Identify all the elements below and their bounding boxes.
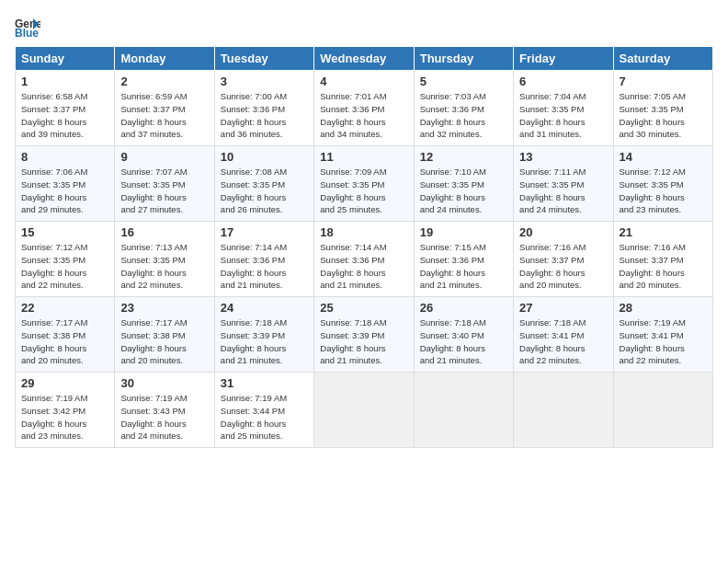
day-number: 6 <box>519 75 607 88</box>
day-info: Sunrise: 6:59 AM Sunset: 3:37 PM Dayligh… <box>120 90 208 141</box>
calendar-cell: 17Sunrise: 7:14 AM Sunset: 3:36 PM Dayli… <box>214 222 313 297</box>
day-info: Sunrise: 7:18 AM Sunset: 3:39 PM Dayligh… <box>320 316 407 367</box>
day-number: 14 <box>620 150 707 164</box>
calendar-cell <box>514 373 613 448</box>
day-number: 8 <box>21 150 108 164</box>
day-info: Sunrise: 7:14 AM Sunset: 3:36 PM Dayligh… <box>221 241 308 292</box>
day-info: Sunrise: 7:01 AM Sunset: 3:36 PM Dayligh… <box>320 90 407 141</box>
calendar-cell: 18Sunrise: 7:14 AM Sunset: 3:36 PM Dayli… <box>314 222 414 297</box>
calendar-table: SundayMondayTuesdayWednesdayThursdayFrid… <box>15 46 713 448</box>
day-info: Sunrise: 7:15 AM Sunset: 3:36 PM Dayligh… <box>420 241 507 292</box>
page: General Blue SundayMondayTuesdayWednesda… <box>0 0 728 563</box>
day-number: 3 <box>221 75 308 88</box>
day-number: 20 <box>519 225 607 239</box>
day-info: Sunrise: 7:18 AM Sunset: 3:41 PM Dayligh… <box>519 316 607 367</box>
day-number: 23 <box>120 301 208 315</box>
calendar-cell: 30Sunrise: 7:19 AM Sunset: 3:43 PM Dayli… <box>115 373 214 448</box>
day-number: 28 <box>620 301 707 315</box>
day-number: 10 <box>221 150 308 164</box>
day-info: Sunrise: 7:03 AM Sunset: 3:36 PM Dayligh… <box>420 90 507 141</box>
calendar-week-row: 8Sunrise: 7:06 AM Sunset: 3:35 PM Daylig… <box>16 146 713 222</box>
calendar-cell: 7Sunrise: 7:05 AM Sunset: 3:35 PM Daylig… <box>613 71 712 146</box>
calendar-week-row: 22Sunrise: 7:17 AM Sunset: 3:38 PM Dayli… <box>16 297 713 373</box>
day-info: Sunrise: 7:19 AM Sunset: 3:41 PM Dayligh… <box>620 316 707 367</box>
calendar-header: SundayMondayTuesdayWednesdayThursdayFrid… <box>16 47 713 71</box>
weekday-header: Tuesday <box>214 47 313 71</box>
logo: General Blue <box>15 11 44 37</box>
calendar-cell: 22Sunrise: 7:17 AM Sunset: 3:38 PM Dayli… <box>16 297 115 373</box>
day-number: 1 <box>21 75 108 88</box>
day-info: Sunrise: 7:17 AM Sunset: 3:38 PM Dayligh… <box>120 316 208 367</box>
day-info: Sunrise: 7:07 AM Sunset: 3:35 PM Dayligh… <box>120 166 208 216</box>
calendar-cell: 2Sunrise: 6:59 AM Sunset: 3:37 PM Daylig… <box>115 71 214 146</box>
day-number: 4 <box>320 75 407 88</box>
day-info: Sunrise: 7:04 AM Sunset: 3:35 PM Dayligh… <box>519 90 607 141</box>
day-info: Sunrise: 7:05 AM Sunset: 3:35 PM Dayligh… <box>620 90 707 141</box>
calendar-cell: 19Sunrise: 7:15 AM Sunset: 3:36 PM Dayli… <box>414 222 513 297</box>
weekday-header: Thursday <box>414 47 513 71</box>
day-number: 31 <box>221 376 308 390</box>
day-number: 24 <box>221 301 308 315</box>
day-info: Sunrise: 7:06 AM Sunset: 3:35 PM Dayligh… <box>21 166 108 216</box>
calendar-cell: 3Sunrise: 7:00 AM Sunset: 3:36 PM Daylig… <box>214 71 313 146</box>
calendar-cell: 16Sunrise: 7:13 AM Sunset: 3:35 PM Dayli… <box>115 222 214 297</box>
calendar-cell: 14Sunrise: 7:12 AM Sunset: 3:35 PM Dayli… <box>613 146 712 222</box>
day-info: Sunrise: 7:16 AM Sunset: 3:37 PM Dayligh… <box>620 241 707 292</box>
weekday-header: Monday <box>115 47 214 71</box>
day-number: 19 <box>420 225 507 239</box>
calendar-body: 1Sunrise: 6:58 AM Sunset: 3:37 PM Daylig… <box>16 71 713 448</box>
calendar-week-row: 29Sunrise: 7:19 AM Sunset: 3:42 PM Dayli… <box>16 373 713 448</box>
day-info: Sunrise: 7:16 AM Sunset: 3:37 PM Dayligh… <box>519 241 607 292</box>
day-number: 5 <box>420 75 507 88</box>
calendar-cell: 31Sunrise: 7:19 AM Sunset: 3:44 PM Dayli… <box>214 373 313 448</box>
day-info: Sunrise: 7:13 AM Sunset: 3:35 PM Dayligh… <box>120 241 208 292</box>
weekday-header: Saturday <box>613 47 712 71</box>
calendar-cell: 20Sunrise: 7:16 AM Sunset: 3:37 PM Dayli… <box>514 222 613 297</box>
day-info: Sunrise: 7:08 AM Sunset: 3:35 PM Dayligh… <box>221 166 308 216</box>
day-info: Sunrise: 7:14 AM Sunset: 3:36 PM Dayligh… <box>320 241 407 292</box>
calendar-cell: 9Sunrise: 7:07 AM Sunset: 3:35 PM Daylig… <box>115 146 214 222</box>
day-number: 21 <box>620 225 707 239</box>
day-number: 15 <box>21 225 108 239</box>
calendar-week-row: 15Sunrise: 7:12 AM Sunset: 3:35 PM Dayli… <box>16 222 713 297</box>
calendar-cell: 12Sunrise: 7:10 AM Sunset: 3:35 PM Dayli… <box>414 146 513 222</box>
calendar-cell: 28Sunrise: 7:19 AM Sunset: 3:41 PM Dayli… <box>613 297 712 373</box>
day-number: 25 <box>320 301 407 315</box>
day-number: 16 <box>120 225 208 239</box>
calendar-cell: 11Sunrise: 7:09 AM Sunset: 3:35 PM Dayli… <box>314 146 414 222</box>
day-info: Sunrise: 7:18 AM Sunset: 3:40 PM Dayligh… <box>420 316 507 367</box>
day-number: 17 <box>221 225 308 239</box>
calendar-cell: 26Sunrise: 7:18 AM Sunset: 3:40 PM Dayli… <box>414 297 513 373</box>
calendar-cell <box>414 373 513 448</box>
day-number: 11 <box>320 150 407 164</box>
day-number: 12 <box>420 150 507 164</box>
calendar-cell: 4Sunrise: 7:01 AM Sunset: 3:36 PM Daylig… <box>314 71 414 146</box>
day-info: Sunrise: 7:12 AM Sunset: 3:35 PM Dayligh… <box>21 241 108 292</box>
calendar-cell: 5Sunrise: 7:03 AM Sunset: 3:36 PM Daylig… <box>414 71 513 146</box>
day-info: Sunrise: 7:09 AM Sunset: 3:35 PM Dayligh… <box>320 166 407 216</box>
calendar-cell: 10Sunrise: 7:08 AM Sunset: 3:35 PM Dayli… <box>214 146 313 222</box>
day-info: Sunrise: 7:17 AM Sunset: 3:38 PM Dayligh… <box>21 316 108 367</box>
calendar-cell: 15Sunrise: 7:12 AM Sunset: 3:35 PM Dayli… <box>16 222 115 297</box>
day-info: Sunrise: 7:12 AM Sunset: 3:35 PM Dayligh… <box>620 166 707 216</box>
weekday-header: Wednesday <box>314 47 414 71</box>
day-number: 29 <box>21 376 108 390</box>
day-number: 26 <box>420 301 507 315</box>
calendar-week-row: 1Sunrise: 6:58 AM Sunset: 3:37 PM Daylig… <box>16 71 713 146</box>
day-info: Sunrise: 7:00 AM Sunset: 3:36 PM Dayligh… <box>221 90 308 141</box>
day-info: Sunrise: 7:19 AM Sunset: 3:44 PM Dayligh… <box>221 392 308 442</box>
calendar-cell <box>314 373 414 448</box>
header: General Blue <box>15 11 713 37</box>
weekday-header: Sunday <box>16 47 115 71</box>
calendar-cell: 6Sunrise: 7:04 AM Sunset: 3:35 PM Daylig… <box>514 71 613 146</box>
calendar-cell: 23Sunrise: 7:17 AM Sunset: 3:38 PM Dayli… <box>115 297 214 373</box>
day-number: 13 <box>519 150 607 164</box>
day-number: 9 <box>120 150 208 164</box>
day-number: 2 <box>120 75 208 88</box>
day-number: 22 <box>21 301 108 315</box>
calendar-cell: 29Sunrise: 7:19 AM Sunset: 3:42 PM Dayli… <box>16 373 115 448</box>
calendar-cell: 25Sunrise: 7:18 AM Sunset: 3:39 PM Dayli… <box>314 297 414 373</box>
svg-text:Blue: Blue <box>15 27 39 37</box>
day-info: Sunrise: 7:19 AM Sunset: 3:42 PM Dayligh… <box>21 392 108 442</box>
calendar-cell: 24Sunrise: 7:18 AM Sunset: 3:39 PM Dayli… <box>214 297 313 373</box>
